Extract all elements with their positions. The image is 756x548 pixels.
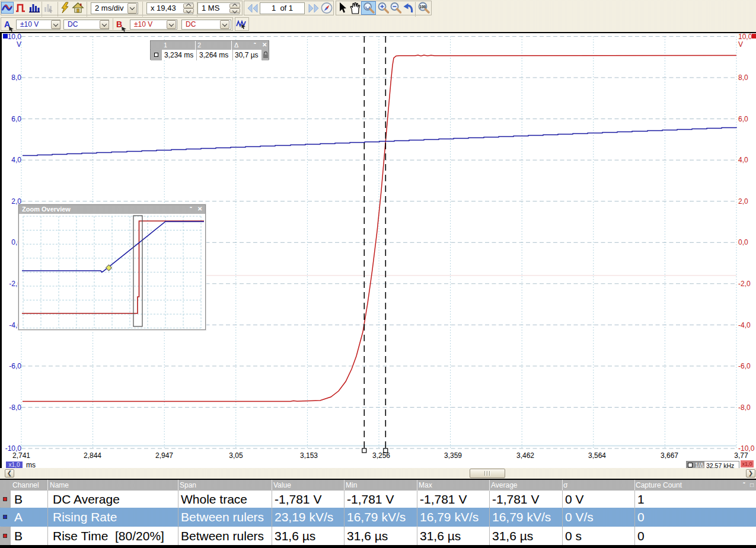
- svg-text:100: 100: [420, 5, 426, 9]
